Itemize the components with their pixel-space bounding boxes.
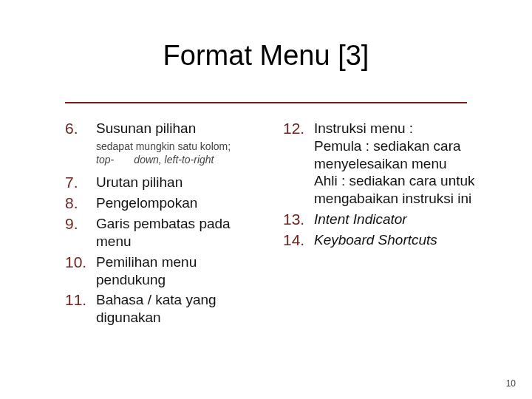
page-title: Format Menu [3]	[0, 40, 532, 72]
item-number: 11.	[65, 291, 96, 309]
slide: Format Menu [3] 6. Susunan pilihan sedap…	[0, 0, 532, 399]
item-text: Garis pembatas pada menu	[96, 215, 261, 250]
list-item: 6. Susunan pilihan	[65, 120, 261, 137]
item-number: 12.	[283, 120, 314, 137]
left-column: 6. Susunan pilihan sedapat mungkin satu …	[65, 120, 261, 330]
item-text: Keyboard Shortcuts	[314, 231, 437, 249]
item-text: Susunan pilihan	[96, 120, 196, 137]
list-item: 11. Bahasa / kata yang digunakan	[65, 291, 261, 327]
item-number: 9.	[65, 215, 96, 233]
item-text: Urutan pilihan	[96, 174, 183, 191]
divider	[65, 102, 467, 103]
item-number: 13.	[283, 211, 314, 228]
list-item: 12. Instruksi menu : Pemula : sediakan c…	[283, 120, 479, 208]
page-number: 10	[506, 378, 516, 389]
item-number: 6.	[65, 120, 96, 137]
item-subtext: sedapat mungkin satu kolom; top- down, l…	[96, 140, 244, 166]
item-text: Intent Indicator	[314, 211, 407, 228]
item-number: 7.	[65, 174, 96, 191]
item-text: Pengelompokan	[96, 194, 197, 212]
list-item: 8. Pengelompokan	[65, 194, 261, 212]
item-number: 8.	[65, 194, 96, 212]
item-text: Instruksi menu : Pemula : sediakan cara …	[314, 120, 479, 208]
right-column: 12. Instruksi menu : Pemula : sediakan c…	[283, 120, 479, 330]
item-text: Bahasa / kata yang digunakan	[96, 291, 261, 327]
list-item: 13. Intent Indicator	[283, 211, 479, 228]
item-number: 10.	[65, 253, 96, 271]
item-text: Pemilihan menu pendukung	[96, 253, 261, 289]
list-item: 9. Garis pembatas pada menu	[65, 215, 261, 250]
list-item: 7. Urutan pilihan	[65, 174, 261, 191]
content-columns: 6. Susunan pilihan sedapat mungkin satu …	[65, 120, 479, 330]
list-item: 14. Keyboard Shortcuts	[283, 231, 479, 249]
list-item: 10. Pemilihan menu pendukung	[65, 253, 261, 289]
item-number: 14.	[283, 231, 314, 249]
